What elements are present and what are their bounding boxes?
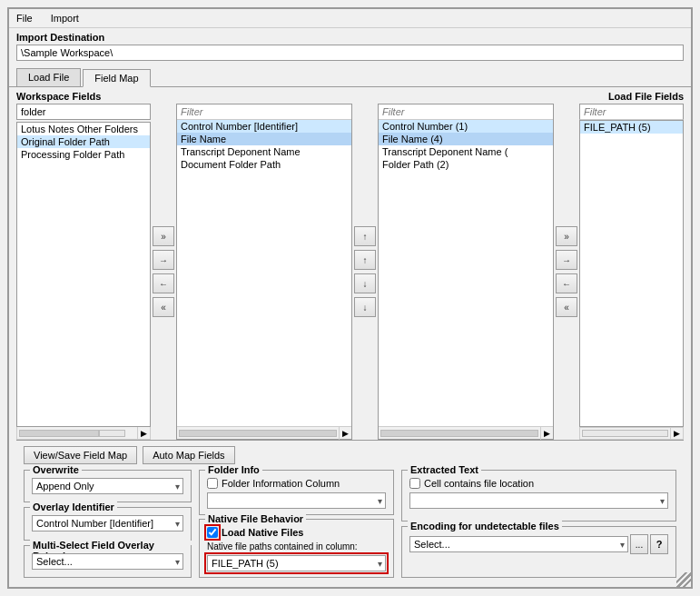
workspace-fields-header: Workspace Fields (16, 91, 101, 102)
col4-item[interactable]: FILE_PATH (5) (580, 121, 683, 134)
workspace-search[interactable] (16, 104, 151, 120)
workspace-item[interactable]: Original Folder Path (17, 135, 150, 148)
workspace-scrollbar[interactable]: ▶ (16, 427, 151, 440)
arrow-down-btn[interactable]: ↓ (354, 273, 376, 293)
arrow-up-btn[interactable]: ↑ (354, 226, 376, 246)
native-file-group: Native File Behavior Load Native Files N… (199, 519, 394, 578)
multi-select-dropdown[interactable]: Select... (32, 553, 183, 570)
native-file-path-select-wrapper: FILE_PATH (5) (207, 555, 386, 571)
col3: Control Number (1) File Name (4) Transcr… (378, 104, 554, 440)
overlay-label: Overlay Identifier (30, 502, 117, 512)
encoding-help-btn[interactable]: ? (650, 534, 668, 554)
menu-import[interactable]: Import (47, 11, 83, 25)
native-file-path-select[interactable]: FILE_PATH (5) (207, 555, 386, 571)
workspace-item[interactable]: Lotus Notes Other Folders (17, 123, 150, 135)
col3-item[interactable]: Folder Path (2) (379, 158, 553, 171)
arrow-right-one-btn-2[interactable]: → (556, 250, 577, 270)
col3-item[interactable]: Control Number (1) (379, 120, 553, 133)
encoding-select[interactable]: Select... (409, 536, 628, 552)
folder-info-select[interactable] (207, 492, 386, 509)
native-file-content: Load Native Files Native file paths cont… (207, 527, 386, 571)
overlay-select-wrapper: Control Number [Identifier] (32, 515, 183, 531)
arrow-right-all-btn[interactable]: » (153, 226, 174, 246)
right-settings: Extracted Text Cell contains file locati… (401, 470, 676, 578)
col3-scrollbar[interactable]: ▶ (379, 426, 553, 439)
col2-scroll-right[interactable]: ▶ (339, 427, 351, 440)
col3-item[interactable]: File Name (4) (379, 133, 553, 145)
overwrite-content: Append Only (32, 478, 183, 494)
arrow-left-all-btn[interactable]: « (153, 297, 174, 317)
arrow-right-all-btn-2[interactable]: » (556, 226, 577, 246)
settings-row: Overwrite Append Only Overlay Identifier (24, 470, 676, 578)
folder-info-content: Folder Information Column (207, 478, 386, 509)
import-destination-section: Import Destination \Sample Workspace\ (9, 28, 691, 65)
arrows-col-2: » → ← « (554, 104, 579, 440)
load-native-files-checkbox[interactable] (207, 527, 218, 538)
tab-field-map[interactable]: Field Map (83, 69, 150, 87)
workspace-item[interactable]: Processing Folder Path (17, 148, 150, 161)
arrow-down2-btn[interactable]: ↓ (354, 297, 376, 317)
col2-item[interactable]: Transcript Deponent Name (177, 145, 351, 158)
col2-item[interactable]: Control Number [Identifier] (177, 120, 351, 133)
extracted-text-label: Extracted Text (408, 464, 481, 475)
extracted-text-group: Extracted Text Cell contains file locati… (401, 470, 676, 522)
overlay-content: Control Number [Identifier] (32, 515, 183, 531)
col3-filter[interactable] (379, 104, 553, 120)
cell-file-location-checkbox[interactable] (409, 478, 420, 489)
workspace-scroll-right[interactable]: ▶ (137, 427, 150, 440)
col4-scrollbar[interactable]: ▶ (579, 427, 684, 440)
overwrite-group: Overwrite Append Only (24, 470, 192, 502)
native-file-label: Native File Behavior (205, 513, 306, 524)
col4-list[interactable]: FILE_PATH (5) (579, 120, 684, 427)
overwrite-select[interactable]: Append Only (32, 478, 183, 494)
folder-info-checkbox[interactable] (207, 478, 218, 489)
arrow-left-all-btn-2[interactable]: « (556, 297, 577, 317)
overlay-select[interactable]: Control Number [Identifier] (32, 515, 183, 531)
menubar: File Import (9, 9, 691, 28)
col3-item[interactable]: Transcript Deponent Name ( (379, 145, 553, 158)
col4-scroll-thumb (582, 430, 668, 437)
encoding-dots-btn[interactable]: ... (630, 534, 648, 554)
field-map-area: Workspace Fields Load File Fields Lotus … (9, 87, 691, 587)
left-settings: Overwrite Append Only Overlay Identifier (24, 470, 192, 578)
view-save-button[interactable]: View/Save Field Map (24, 446, 137, 464)
arrows-col-1: » → ← « (151, 104, 176, 440)
load-file-column: FILE_PATH (5) ▶ (579, 104, 684, 440)
col2-scrollbar[interactable]: ▶ (177, 426, 351, 439)
col3-list[interactable]: Control Number (1) File Name (4) Transcr… (379, 120, 553, 426)
load-file-fields-header: Load File Fields (608, 91, 684, 102)
col2-filter[interactable] (177, 104, 351, 120)
folder-info-checkbox-label: Folder Information Column (222, 478, 340, 489)
import-destination-label: Import Destination (16, 32, 684, 43)
encoding-label: Encoding for undetectable files (408, 521, 562, 531)
workspace-list[interactable]: Lotus Notes Other Folders Original Folde… (16, 122, 151, 427)
extracted-text-select-wrapper (409, 492, 668, 509)
arrow-left-one-btn[interactable]: ← (153, 273, 174, 293)
col2-item[interactable]: File Name (177, 133, 351, 145)
multi-select-wrapper: Select... (32, 553, 183, 570)
auto-map-button[interactable]: Auto Map Fields (143, 446, 234, 464)
load-native-files-label: Load Native Files (222, 527, 303, 538)
col4-scroll-right[interactable]: ▶ (670, 427, 683, 440)
resize-grip[interactable] (676, 572, 691, 587)
extracted-text-select[interactable] (409, 492, 668, 509)
extracted-text-checkbox-row: Cell contains file location (409, 478, 668, 489)
arrow-up2-btn[interactable]: ↑ (354, 250, 376, 270)
native-paths-label: Native file paths contained in column: (207, 541, 386, 551)
col4-filter[interactable] (579, 104, 684, 120)
col3-scroll-right[interactable]: ▶ (540, 427, 553, 440)
folder-info-settings: Folder Info Folder Information Column (199, 470, 394, 578)
native-file-checkbox-row: Load Native Files (207, 527, 386, 538)
arrow-right-one-btn[interactable]: → (153, 250, 174, 270)
folder-info-label: Folder Info (205, 464, 262, 475)
tab-load-file[interactable]: Load File (16, 68, 81, 86)
menu-file[interactable]: File (13, 11, 36, 25)
arrow-left-one-btn-2[interactable]: ← (556, 273, 577, 293)
multi-select-group: Multi-Select Field Overlay Behavior Sele… (24, 545, 192, 578)
workspace-column: Lotus Notes Other Folders Original Folde… (16, 104, 151, 440)
col2-item[interactable]: Document Folder Path (177, 158, 351, 171)
multi-select-content: Select... (32, 553, 183, 570)
col2-list[interactable]: Control Number [Identifier] File Name Tr… (177, 120, 351, 426)
updown-col: ↑ ↑ ↓ ↓ (352, 104, 378, 440)
col3-scroll-thumb (380, 430, 538, 437)
